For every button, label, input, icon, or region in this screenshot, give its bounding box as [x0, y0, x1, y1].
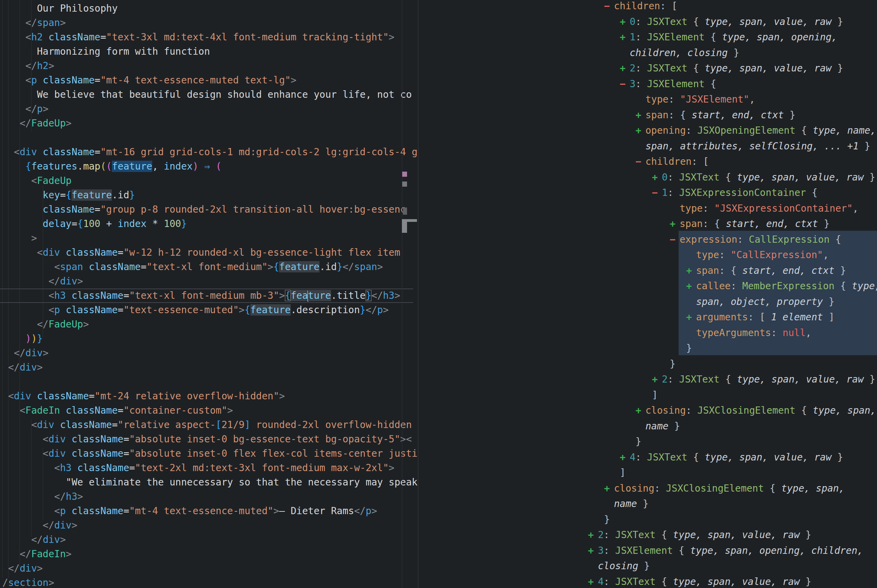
code-line[interactable]: Harmonizing form with function	[0, 45, 418, 59]
ast-collapse-toggle[interactable]: −	[670, 232, 676, 248]
code-line[interactable]: </FadeUp>	[0, 317, 418, 332]
code-line[interactable]: <div className="absolute inset-0 flex fl…	[0, 447, 418, 461]
ast-line[interactable]: typeArguments: null,	[418, 325, 877, 341]
ast-line[interactable]: span, object, property }	[418, 294, 877, 310]
code-line[interactable]: ))}	[0, 332, 418, 346]
ast-line[interactable]: +callee: MemberExpression { type,	[418, 278, 877, 294]
code-line[interactable]: Our Philosophy	[0, 2, 418, 16]
code-line[interactable]: <p className="mt-4 text-essence-muted">—…	[0, 504, 418, 518]
ast-expand-toggle[interactable]: +	[635, 123, 641, 138]
code-lines-container[interactable]: Our Philosophy </span> <h2 className="te…	[0, 2, 418, 588]
ast-line[interactable]: name }	[418, 496, 877, 512]
code-line[interactable]: </FadeIn>	[0, 547, 418, 561]
ast-expand-toggle[interactable]: +	[620, 14, 626, 30]
code-line[interactable]: </FadeUp>	[0, 116, 418, 130]
code-line[interactable]: "We eliminate the unnecessary so that th…	[0, 475, 418, 489]
ast-expand-toggle[interactable]: +	[620, 60, 626, 76]
ast-line[interactable]: +arguments: [ 1 element ]	[418, 309, 877, 325]
code-line[interactable]: <span className="text-xl font-medium">{f…	[0, 260, 418, 274]
ast-expand-toggle[interactable]: +	[620, 29, 626, 45]
code-line[interactable]: <div className="mt-24 relative overflow-…	[0, 389, 418, 404]
ast-line[interactable]: ]	[418, 387, 877, 403]
ast-line[interactable]: −children: [	[418, 0, 877, 14]
ast-expand-toggle[interactable]: +	[620, 450, 626, 465]
code-line[interactable]: <h3 className="text-2xl md:text-3xl font…	[0, 461, 418, 475]
ast-line[interactable]: ]	[418, 465, 877, 481]
ast-line[interactable]: +opening: JSXOpeningElement { type, name…	[418, 123, 877, 138]
code-line[interactable]: <FadeUp	[0, 174, 418, 188]
code-line[interactable]: </div>	[0, 274, 418, 288]
code-line[interactable]: key={feature.id}	[0, 188, 418, 202]
code-line[interactable]: <div className="mt-16 grid grid-cols-1 m…	[0, 145, 418, 159]
code-editor-panel[interactable]: Our Philosophy </span> <h2 className="te…	[0, 0, 418, 588]
ast-line[interactable]: }	[418, 434, 877, 450]
code-line[interactable]: {features.map((feature, index) ⇒ (	[0, 159, 418, 174]
ast-line[interactable]: +span: { start, end, ctxt }	[418, 263, 877, 279]
ast-line[interactable]: +span: { start, end, ctxt }	[418, 216, 877, 232]
code-line[interactable]: <h3 className="text-xl font-medium mb-3"…	[0, 288, 418, 303]
ast-line[interactable]: +closing: JSXClosingElement { type, span…	[418, 481, 877, 496]
ast-expand-toggle[interactable]: +	[588, 543, 594, 559]
ast-expand-toggle[interactable]: +	[652, 372, 658, 387]
code-line[interactable]	[0, 130, 418, 145]
ast-expand-toggle[interactable]: +	[635, 107, 641, 123]
ast-line[interactable]: type: "JSXElement",	[418, 92, 877, 107]
code-line[interactable]: <p className="mt-4 text-essence-muted te…	[0, 73, 418, 87]
code-line[interactable]: <FadeIn className="container-custom">	[0, 404, 418, 418]
ast-line[interactable]: type: "CallExpression",	[418, 247, 877, 263]
ast-line[interactable]: }	[418, 340, 877, 356]
ast-expand-toggle[interactable]: +	[635, 403, 641, 418]
code-line[interactable]: className="group p-8 rounded-2xl transit…	[0, 202, 418, 217]
ast-collapse-toggle[interactable]: −	[604, 0, 610, 14]
code-line[interactable]: <div className="w-12 h-12 rounded-xl bg-…	[0, 246, 418, 260]
code-line[interactable]: <p className="text-essence-muted">{featu…	[0, 303, 418, 317]
ast-line[interactable]: +span: { start, end, ctxt }	[418, 107, 877, 123]
code-line[interactable]: </div>	[0, 561, 418, 576]
code-line[interactable]: <div className="absolute inset-0 bg-esse…	[0, 432, 418, 447]
code-line[interactable]	[0, 375, 418, 389]
code-line[interactable]: <h2 className="text-3xl md:text-4xl font…	[0, 30, 418, 45]
ast-line[interactable]: −1: JSXExpressionContainer {	[418, 185, 877, 201]
ast-line[interactable]: closing }	[418, 558, 877, 574]
ast-line[interactable]: +2: JSXText { type, span, value, raw }	[418, 372, 877, 387]
ast-line[interactable]: }	[418, 356, 877, 372]
ast-expand-toggle[interactable]: +	[588, 574, 594, 588]
ast-line[interactable]: −3: JSXElement {	[418, 76, 877, 92]
code-line[interactable]: </h3>	[0, 489, 418, 504]
ast-expand-toggle[interactable]: +	[686, 263, 692, 279]
ast-line[interactable]: −children: [	[418, 154, 877, 170]
ast-line[interactable]: −expression: CallExpression {	[418, 232, 877, 248]
ast-expand-toggle[interactable]: +	[686, 278, 692, 294]
ast-line[interactable]: +4: JSXText { type, span, value, raw }	[418, 574, 877, 588]
ast-collapse-toggle[interactable]: −	[652, 185, 658, 201]
ast-line[interactable]: children, closing }	[418, 45, 877, 61]
ast-line[interactable]: +2: JSXText { type, span, value, raw }	[418, 527, 877, 543]
code-line[interactable]: <div className="relative aspect-[21/9] r…	[0, 418, 418, 432]
ast-line[interactable]: +2: JSXText { type, span, value, raw }	[418, 60, 877, 76]
code-line[interactable]: </div>	[0, 518, 418, 532]
ast-collapse-toggle[interactable]: −	[635, 154, 641, 170]
code-line[interactable]: </div>	[0, 346, 418, 360]
ast-line[interactable]: name }	[418, 418, 877, 434]
ast-expand-toggle[interactable]: +	[670, 216, 676, 232]
code-line[interactable]: /section>	[0, 576, 418, 588]
code-line[interactable]: >	[0, 231, 418, 246]
code-line[interactable]: </div>	[0, 532, 418, 547]
ast-expand-toggle[interactable]: +	[604, 481, 610, 496]
code-line[interactable]: </h2>	[0, 59, 418, 73]
ast-expand-toggle[interactable]: +	[652, 170, 658, 185]
code-line[interactable]: </div>	[0, 360, 418, 375]
ast-line[interactable]: +4: JSXText { type, span, value, raw }	[418, 450, 877, 465]
ast-line[interactable]: type: "JSXExpressionContainer",	[418, 201, 877, 216]
ast-line[interactable]: +3: JSXElement { type, span, opening, ch…	[418, 543, 877, 559]
ast-line[interactable]: }	[418, 512, 877, 528]
code-line[interactable]: delay={100 + index * 100}	[0, 217, 418, 231]
ast-expand-toggle[interactable]: +	[686, 309, 692, 325]
code-line[interactable]: We believe that beautiful design should …	[0, 87, 418, 102]
ast-explorer-panel[interactable]: −children: [+0: JSXText { type, span, va…	[418, 0, 877, 588]
ast-line[interactable]: +0: JSXText { type, span, value, raw }	[418, 170, 877, 185]
code-line[interactable]: </p>	[0, 102, 418, 116]
ast-line[interactable]: +closing: JSXClosingElement { type, span…	[418, 403, 877, 418]
ast-line[interactable]: +1: JSXElement { type, span, opening,	[418, 29, 877, 45]
ast-line[interactable]: span, attributes, selfClosing, ... +1 }	[418, 138, 877, 154]
